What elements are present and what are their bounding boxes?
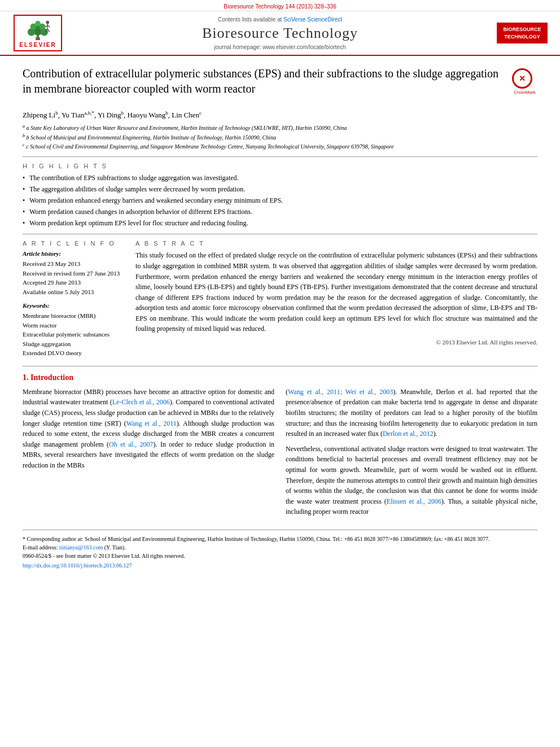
crossmark-icon: ✕ — [512, 68, 532, 89]
intro-para-3: Nevertheless, conventional activated slu… — [286, 444, 537, 517]
history-item: Accepted 29 June 2013 — [23, 278, 124, 287]
intro-para-1: Membrane bioreactor (MBR) processes have… — [23, 387, 274, 471]
email-note: E-mail address: tiitianyu@163.com (Y. Ti… — [23, 543, 537, 552]
svg-point-8 — [46, 21, 49, 24]
ref-derlon-2012[interactable]: Derlon et al., 2012 — [383, 430, 434, 438]
footnote-section: * Corresponding author at: School of Mun… — [23, 530, 537, 569]
highlight-item: Worm predation enhanced energy barriers … — [23, 195, 537, 206]
introduction-section: 1. Introduction Membrane bioreactor (MBR… — [23, 373, 537, 522]
paper-content: Contribution of extracellular polymeric … — [0, 56, 560, 579]
highlight-item: The contribution of EPS subfractions to … — [23, 173, 537, 183]
keyword-item: Sludge aggregation — [23, 339, 124, 349]
abstract-col: A B S T R A C T This study focused on th… — [135, 240, 537, 358]
affiliation-b: b b School of Municipal and Environmenta… — [23, 133, 537, 142]
divider-1 — [23, 156, 537, 157]
history-item: Received 23 May 2013 — [23, 259, 124, 269]
history-item: Available online 5 July 2013 — [23, 287, 124, 297]
affiliation-a: a a State Key Laboratory of Urban Water … — [23, 123, 537, 132]
elsevier-logo: ELSEVIER — [7, 15, 69, 51]
highlight-item: Worm predation caused changes in adsorpt… — [23, 207, 537, 217]
bioresource-badge: BIORESOURCE TECHNOLOGY — [497, 23, 548, 43]
copyright: © 2013 Elsevier Ltd. All rights reserved… — [135, 339, 537, 346]
highlights-section: H I G H L I G H T S The contribution of … — [23, 163, 537, 228]
affiliations: a a State Key Laboratory of Urban Water … — [23, 123, 537, 151]
intro-col-right: (Wang et al., 2011; Wei et al., 2003). M… — [286, 387, 537, 522]
authors-line: Zhipeng Lib, Yu Tiana,b,*, Yi Dingb, Hao… — [23, 110, 537, 120]
journal-label: Bioresource Technology 144 (2013) 328–33… — [0, 2, 560, 11]
article-info-col: A R T I C L E I N F O Article history: R… — [23, 240, 124, 358]
keywords-title: Keywords: — [23, 302, 124, 309]
history-item: Received in revised form 27 June 2013 — [23, 269, 124, 278]
abstract-label: A B S T R A C T — [135, 240, 537, 247]
elsevier-wordmark: ELSEVIER — [19, 42, 56, 48]
email-link[interactable]: tiitianyu@163.com — [59, 544, 103, 551]
elsevier-tree-icon — [21, 18, 55, 41]
svg-point-6 — [35, 21, 41, 27]
issn-note: 0960-8524/$ - see front matter © 2013 El… — [23, 552, 537, 560]
corresponding-author-note: * Corresponding author at: School of Mun… — [23, 535, 537, 543]
divider-2 — [23, 234, 537, 234]
highlights-list: The contribution of EPS subfractions to … — [23, 173, 537, 228]
keyword-item: Extended DLVO theory — [23, 348, 124, 358]
journal-title: Bioresource Technology — [69, 25, 491, 42]
keyword-item: Membrane bioreactor (MBR) — [23, 311, 124, 321]
journal-header: ELSEVIER Contents lists available at Sci… — [0, 11, 560, 55]
svg-rect-7 — [36, 37, 40, 40]
sciverse-link[interactable]: SciVerse ScienceDirect — [283, 16, 342, 23]
ref-wang-wei[interactable]: Wang et al., 2011; Wei et al., 2003 — [288, 388, 393, 396]
info-abstract-section: A R T I C L E I N F O Article history: R… — [23, 240, 537, 358]
doi-link[interactable]: http://dx.doi.org/10.1016/j.biortech.201… — [23, 562, 537, 569]
highlights-label: H I G H L I G H T S — [23, 163, 537, 169]
sciverse-line: Contents lists available at SciVerse Sci… — [69, 16, 491, 23]
journal-badge: BIORESOURCE TECHNOLOGY — [491, 23, 553, 43]
article-history-title: Article history: — [23, 250, 124, 257]
ref-le-clech[interactable]: Le-Clech et al., 2006 — [112, 398, 170, 406]
divider-3 — [23, 366, 537, 366]
ref-oh[interactable]: Oh et al., 2007 — [109, 440, 153, 448]
paper-title: Contribution of extracellular polymeric … — [23, 66, 506, 97]
highlight-item: Worm predation kept optimum EPS level fo… — [23, 218, 537, 228]
keyword-item: Worm reactor — [23, 321, 124, 330]
ref-elissen[interactable]: Elissen et al., 2006 — [387, 497, 441, 505]
journal-homepage: journal homepage: www.elsevier.com/locat… — [69, 44, 491, 50]
intro-col-left: Membrane bioreactor (MBR) processes have… — [23, 387, 274, 522]
ref-wang-2011[interactable]: Wang et al., 2011 — [126, 420, 177, 427]
intro-para-2: (Wang et al., 2011; Wei et al., 2003). M… — [286, 387, 537, 439]
intro-heading: 1. Introduction — [23, 373, 537, 382]
intro-two-col: Membrane bioreactor (MBR) processes have… — [23, 387, 537, 522]
highlight-item: The aggregation abilities of sludge samp… — [23, 184, 537, 194]
journal-center-header: Contents lists available at SciVerse Sci… — [69, 16, 491, 50]
abstract-text: This study focused on the effect of pred… — [135, 250, 537, 334]
crossmark-logo: ✕ CrossMark — [512, 68, 537, 95]
affiliation-c: c c School of Civil and Environmental En… — [23, 142, 537, 151]
article-info-label: A R T I C L E I N F O — [23, 240, 124, 247]
keyword-item: Extracellular polymeric substances — [23, 330, 124, 339]
title-section: Contribution of extracellular polymeric … — [23, 66, 537, 102]
